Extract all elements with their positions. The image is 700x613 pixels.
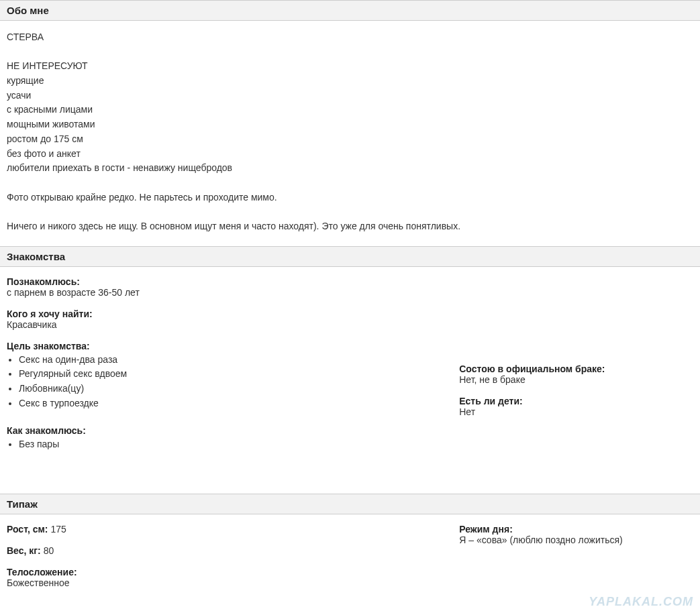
- about-line: с красными лицами: [7, 103, 693, 117]
- how-list: Без пары: [19, 437, 432, 452]
- about-title: Обо мне: [7, 5, 49, 16]
- type-section-header: Типаж: [0, 494, 700, 514]
- build-label: Телосложение:: [7, 567, 432, 577]
- weight-field: Вес, кг: 80: [7, 545, 432, 556]
- about-section-header: Обо мне: [0, 0, 700, 21]
- about-section-body: СТЕРВА НЕ ИНТЕРЕСУЮТкурящиеусачис красны…: [0, 21, 700, 246]
- about-line: Ничего и никого здесь не ищу. В основном…: [7, 219, 693, 234]
- weight-label: Вес, кг:: [7, 545, 41, 556]
- marriage-field: Состою в официальном браке: Нет, не в бр…: [459, 364, 693, 385]
- about-line: [7, 205, 693, 219]
- about-line: любители приехать в гости - ненавижу нищ…: [7, 161, 693, 176]
- about-line: [7, 176, 693, 190]
- list-item: Без пары: [19, 437, 432, 452]
- about-line: СТЕРВА: [7, 30, 693, 45]
- meet-field: Познакомлюсь: с парнем в возрасте 36-50 …: [7, 276, 432, 298]
- dating-title: Знакомства: [7, 251, 65, 262]
- purpose-label: Цель знакомства:: [7, 341, 432, 351]
- dating-section-body: Познакомлюсь: с парнем в возрасте 36-50 …: [0, 267, 700, 475]
- about-line: [7, 45, 693, 60]
- about-line: ростом до 175 см: [7, 132, 693, 147]
- children-field: Есть ли дети: Нет: [459, 396, 693, 417]
- height-label: Рост, см:: [7, 524, 48, 535]
- weight-value: 80: [44, 545, 54, 556]
- build-field: Телосложение: Божественное: [7, 567, 432, 588]
- children-label: Есть ли дети:: [459, 396, 693, 406]
- type-title: Типаж: [7, 498, 38, 510]
- find-field: Кого я хочу найти: Красавчика: [7, 309, 432, 330]
- height-value: 175: [50, 524, 66, 535]
- find-label: Кого я хочу найти:: [7, 309, 432, 319]
- purpose-field: Цель знакомства: Секс на один-два разаРе…: [7, 341, 432, 411]
- list-item: Любовника(цу): [19, 382, 432, 396]
- routine-value: Я – «сова» (люблю поздно ложиться): [459, 535, 693, 545]
- dating-section-header: Знакомства: [0, 246, 700, 267]
- list-item: Регулярный секс вдвоем: [19, 367, 432, 382]
- meet-label: Познакомлюсь:: [7, 276, 432, 287]
- build-value: Божественное: [7, 577, 432, 588]
- purpose-list: Секс на один-два разаРегулярный секс вдв…: [19, 353, 432, 411]
- about-line: мощными животами: [7, 117, 693, 132]
- about-line: без фото и анкет: [7, 147, 693, 162]
- routine-label: Режим дня:: [459, 524, 693, 535]
- type-section-body: Рост, см: 175 Вес, кг: 80 Телосложение: …: [0, 514, 700, 611]
- marriage-label: Состою в официальном браке:: [459, 364, 693, 374]
- how-label: Как знакомлюсь:: [7, 425, 432, 436]
- marriage-value: Нет, не в браке: [459, 374, 693, 385]
- about-line: усачи: [7, 89, 693, 103]
- about-line: Фото открываю крайне редко. Не парьтесь …: [7, 190, 693, 205]
- routine-field: Режим дня: Я – «сова» (люблю поздно ложи…: [459, 524, 693, 545]
- how-field: Как знакомлюсь: Без пары: [7, 425, 432, 452]
- find-value: Красавчика: [7, 319, 432, 330]
- about-line: курящие: [7, 74, 693, 89]
- meet-value: с парнем в возрасте 36-50 лет: [7, 287, 432, 298]
- height-field: Рост, см: 175: [7, 524, 432, 535]
- children-value: Нет: [459, 406, 693, 417]
- about-line: НЕ ИНТЕРЕСУЮТ: [7, 59, 693, 74]
- list-item: Секс на один-два раза: [19, 353, 432, 368]
- list-item: Секс в турпоездке: [19, 396, 432, 411]
